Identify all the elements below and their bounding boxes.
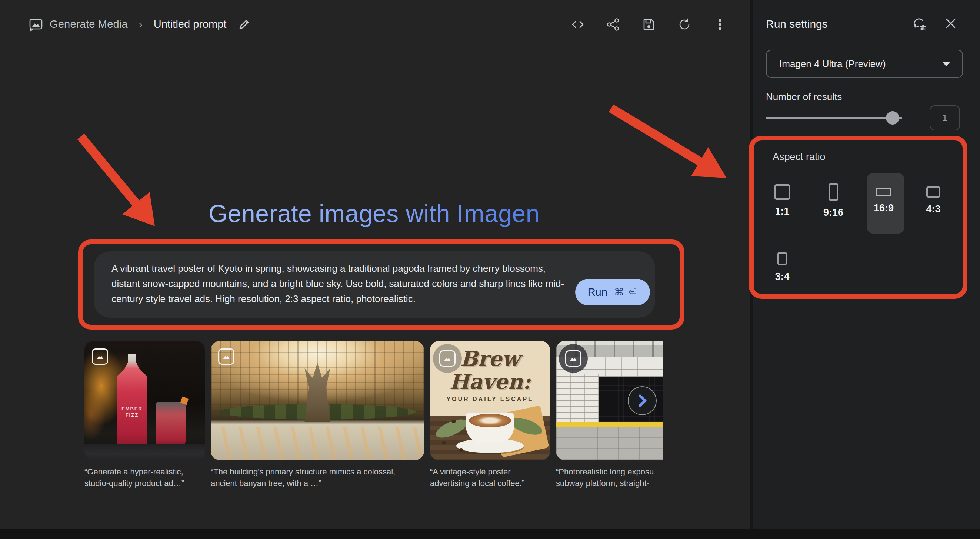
aspect-option-16-9-label: 16:9 [863,203,904,214]
more-options-kebab-icon[interactable] [713,17,727,32]
prompt-input-box[interactable]: A vibrant travel poster of Kyoto in spri… [94,251,655,318]
page-title: Generate images with Imagen [156,199,593,228]
example-card-product-ad[interactable]: EMBER FIZZ “Generate a hyper-realistic, … [84,341,205,501]
aspect-option-4-3-label: 4:3 [913,204,954,215]
app-window: Generate Media › Untitled prompt [0,0,980,539]
card-art-bottle-label: EMBER FIZZ [117,405,147,418]
aspect-option-3-4[interactable]: 3:4 [762,252,803,282]
run-shortcut-keys: ⌘ ⏎ [614,286,637,298]
run-settings-panel: Run settings Imagen 4 Ultra (Preview) Nu… [753,0,980,529]
card-art-white-column [556,375,598,424]
prompt-text[interactable]: A vibrant travel poster of Kyoto in spri… [111,261,573,306]
aspect-option-9-16-label: 9:16 [813,207,854,218]
aspect-ratio-label: Aspect ratio [773,151,826,163]
chevron-right-icon [636,394,649,407]
save-icon[interactable] [641,17,656,32]
run-button[interactable]: Run ⌘ ⏎ [575,279,650,305]
example-caption: “Generate a hyper-realistic, studio-qual… [84,466,205,489]
aspect-option-16-9[interactable]: 16:9 [863,188,904,214]
rerun-refresh-icon[interactable] [677,17,692,32]
example-thumbnail-product-ad[interactable]: EMBER FIZZ [84,341,205,460]
card-art-floor-light [211,427,424,460]
example-caption: “A vintage-style poster advertising a lo… [430,466,550,489]
header-actions [570,0,727,49]
card-art-glass [156,402,186,446]
breadcrumb: Generate Media › Untitled prompt [28,0,251,49]
card-art-platform-floor [556,427,663,460]
image-type-badge-icon [565,350,581,367]
breadcrumb-chevron-icon: › [134,18,148,31]
example-card-banyan-atrium[interactable]: “The building's primary structure mimics… [211,341,424,501]
breadcrumb-app[interactable]: Generate Media [49,18,128,30]
aspect-option-3-4-label: 3:4 [762,271,803,282]
card-art-poster-subtitle: YOUR DAILY ESCAPE [430,396,550,403]
image-type-badge-icon [218,348,234,365]
card-art-cup [466,413,514,443]
panel-divider [749,0,753,529]
topbar-divider [0,49,749,49]
card-art-tray [84,445,205,460]
aspect-ratio-16-9-icon [876,188,891,196]
model-select[interactable]: Imagen 4 Ultra (Preview) [766,49,963,78]
aspect-option-1-1[interactable]: 1:1 [762,184,803,217]
get-code-icon[interactable] [570,17,585,32]
reset-settings-icon[interactable] [910,15,928,32]
carousel-next-button[interactable] [628,386,657,415]
generate-media-icon [28,17,44,32]
card-art-bottle: EMBER FIZZ [117,354,147,446]
aspect-ratio-9-16-icon [829,183,838,201]
number-of-results-slider[interactable] [766,111,902,124]
example-card-subway[interactable]: Goog le “Photorealistic long exposu subw… [556,341,663,501]
example-thumbnail-coffee-poster[interactable]: Brew Haven: YOUR DAILY ESCAPE [430,341,550,460]
slider-track [766,117,902,120]
model-value: Imagen 4 Ultra (Preview) [779,58,886,70]
edit-title-pencil-icon[interactable] [237,18,251,31]
aspect-ratio-3-4-icon [777,252,787,265]
run-settings-title: Run settings [766,18,828,30]
example-carousel: EMBER FIZZ “Generate a hyper-realistic, … [84,341,663,501]
number-of-results-label: Number of results [766,91,842,103]
example-caption: “Photorealistic long exposu subway platf… [556,466,663,489]
example-caption: “The building's primary structure mimics… [211,466,424,489]
image-type-badge-icon [439,350,455,367]
card-art-latte [469,414,511,427]
dropdown-caret-icon [942,62,950,66]
aspect-ratio-1-1-icon [775,184,790,200]
aspect-option-9-16[interactable]: 9:16 [813,183,854,218]
share-icon[interactable] [606,17,621,32]
aspect-ratio-4-3-icon [926,187,940,198]
card-art-sign-text: Goog le [663,380,663,422]
number-of-results-value[interactable]: 1 [930,105,960,131]
prompt-title[interactable]: Untitled prompt [154,18,227,30]
window-bottom-bar [0,529,980,539]
slider-thumb[interactable] [886,111,899,124]
example-card-coffee-poster[interactable]: Brew Haven: YOUR DAILY ESCAPE “A vintage… [430,341,550,501]
card-art-bean [459,448,463,451]
image-type-badge-icon [92,348,108,365]
card-art-yellow-line [556,422,663,427]
close-panel-icon[interactable] [942,15,959,32]
aspect-option-1-1-label: 1:1 [762,206,803,217]
aspect-option-4-3[interactable]: 4:3 [913,187,954,215]
run-button-label: Run [588,286,608,298]
card-art-garnish [180,396,189,405]
example-thumbnail-banyan-atrium[interactable] [211,341,424,460]
card-art-bean [442,441,446,445]
